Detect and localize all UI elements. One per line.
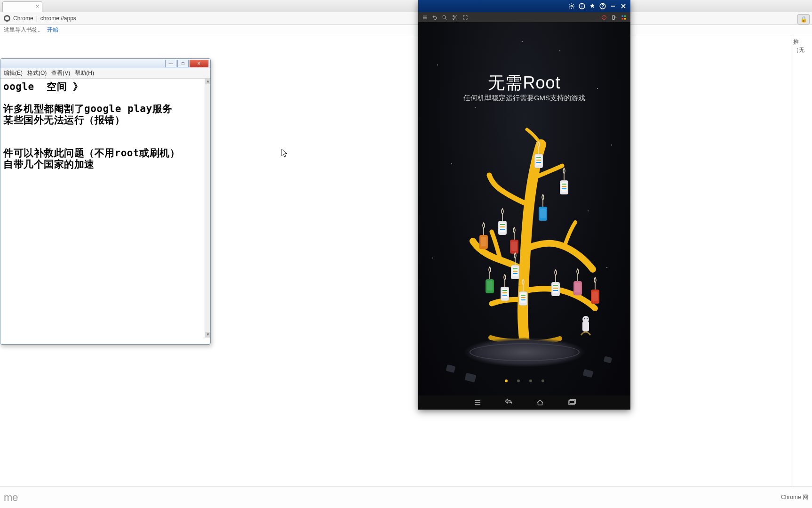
svg-rect-43 bbox=[500, 224, 505, 225]
frag-line-2: （无 bbox=[793, 46, 810, 54]
recent-icon[interactable] bbox=[566, 398, 577, 407]
ornament-pink-phone bbox=[573, 269, 582, 295]
svg-rect-66 bbox=[502, 295, 507, 296]
undo-icon[interactable] bbox=[432, 15, 438, 20]
scroll-down-icon[interactable]: ▼ bbox=[205, 332, 211, 338]
svg-line-13 bbox=[446, 18, 447, 19]
svg-line-19 bbox=[603, 16, 605, 19]
svg-rect-36 bbox=[562, 188, 566, 189]
gear-icon[interactable] bbox=[567, 2, 576, 10]
svg-rect-72 bbox=[521, 299, 525, 300]
svg-point-14 bbox=[453, 15, 454, 16]
svg-point-15 bbox=[453, 18, 454, 19]
pager-dot-3[interactable] bbox=[541, 379, 544, 382]
svg-rect-35 bbox=[562, 186, 566, 187]
svg-point-88 bbox=[586, 318, 587, 319]
notepad-titlebar[interactable]: — □ ✕ bbox=[0, 59, 210, 68]
svg-rect-70 bbox=[521, 295, 525, 296]
bookmark-bar: 这里导入书签。 开始 bbox=[0, 25, 812, 35]
ornament-orange-phone bbox=[479, 223, 488, 249]
chrome-lock-icon[interactable]: 🔒 bbox=[797, 14, 810, 24]
footer-left-text: me bbox=[4, 492, 18, 504]
svg-rect-76 bbox=[553, 285, 558, 286]
chrome-tabstrip: × bbox=[0, 0, 812, 12]
svg-rect-81 bbox=[575, 283, 581, 292]
zoom-icon[interactable] bbox=[442, 15, 447, 20]
svg-point-86 bbox=[582, 316, 589, 323]
ornament-blue-phone bbox=[539, 194, 547, 221]
ornament-red-phone bbox=[510, 227, 518, 254]
android-navbar bbox=[418, 395, 630, 410]
svg-rect-28 bbox=[536, 157, 541, 158]
rotate-icon[interactable] bbox=[611, 15, 617, 20]
emulator-titlebar[interactable] bbox=[418, 0, 630, 12]
pedestal bbox=[463, 337, 586, 367]
ornament-white-phone bbox=[511, 253, 519, 279]
svg-rect-29 bbox=[536, 160, 541, 161]
svg-point-0 bbox=[571, 5, 573, 7]
notepad-window: — □ ✕ 编辑(E) 格式(O) 查看(V) 帮助(H) oogle 空间 》… bbox=[0, 58, 211, 345]
chrome-tab[interactable]: × bbox=[2, 1, 42, 12]
svg-rect-3 bbox=[581, 5, 582, 5]
svg-rect-34 bbox=[562, 184, 566, 185]
pin-icon[interactable] bbox=[588, 2, 597, 10]
svg-point-87 bbox=[583, 318, 584, 319]
fullscreen-icon[interactable] bbox=[462, 15, 468, 20]
chrome-favicon-icon bbox=[4, 15, 10, 22]
svg-rect-65 bbox=[502, 292, 507, 293]
grid-icon[interactable] bbox=[621, 15, 627, 20]
svg-rect-2 bbox=[581, 6, 582, 8]
info-icon[interactable] bbox=[578, 2, 586, 10]
notepad-close-button[interactable]: ✕ bbox=[190, 60, 208, 67]
svg-point-12 bbox=[443, 16, 446, 18]
pager-dot-0[interactable] bbox=[505, 379, 508, 382]
menu-icon[interactable] bbox=[472, 398, 483, 407]
svg-rect-51 bbox=[511, 242, 517, 251]
svg-rect-23 bbox=[622, 18, 624, 20]
svg-rect-85 bbox=[582, 321, 589, 331]
help-icon[interactable] bbox=[598, 2, 607, 10]
notepad-menubar: 编辑(E) 格式(O) 查看(V) 帮助(H) bbox=[0, 68, 210, 79]
svg-rect-56 bbox=[513, 271, 517, 272]
list-icon[interactable] bbox=[422, 15, 428, 20]
menu-format[interactable]: 格式(O) bbox=[26, 69, 48, 78]
svg-rect-71 bbox=[521, 297, 525, 298]
svg-rect-78 bbox=[553, 290, 558, 291]
svg-rect-44 bbox=[500, 226, 505, 227]
address-sep: | bbox=[36, 15, 38, 22]
notepad-maximize-button[interactable]: □ bbox=[177, 60, 189, 67]
menu-view[interactable]: 查看(V) bbox=[50, 69, 72, 78]
hero-subtitle: 任何机型稳定运行需要GMS支持的游戏 bbox=[418, 94, 630, 103]
pager-dot-1[interactable] bbox=[517, 379, 520, 382]
bookmark-hint: 这里导入书签。 bbox=[4, 26, 43, 34]
svg-rect-45 bbox=[500, 229, 505, 230]
address-label: Chrome bbox=[13, 15, 33, 22]
tab-close-icon[interactable]: × bbox=[36, 3, 39, 10]
scroll-up-icon[interactable]: ▲ bbox=[205, 79, 211, 84]
back-icon[interactable] bbox=[503, 398, 514, 407]
character bbox=[581, 316, 590, 335]
svg-rect-21 bbox=[622, 15, 624, 17]
scissors-icon[interactable] bbox=[452, 15, 458, 20]
frag-line-1: 推 bbox=[793, 38, 810, 46]
ornament-white-phone bbox=[560, 168, 568, 194]
svg-rect-55 bbox=[513, 268, 517, 269]
menu-edit[interactable]: 编辑(E) bbox=[2, 69, 24, 78]
emulator-screen[interactable]: 无需Root 任何机型稳定运行需要GMS支持的游戏 bbox=[418, 22, 630, 395]
notepad-textarea[interactable]: oogle 空间 》 许多机型都阉割了google play服务 某些国外无法运… bbox=[1, 79, 205, 338]
mute-icon[interactable] bbox=[601, 15, 607, 20]
notepad-minimize-button[interactable]: — bbox=[165, 60, 176, 67]
svg-rect-22 bbox=[624, 15, 626, 17]
minimize-icon[interactable] bbox=[609, 2, 617, 10]
notepad-scrollbar[interactable]: ▲ ▼ bbox=[205, 79, 210, 338]
address-value: chrome://apps bbox=[40, 15, 76, 22]
bookmark-start-link[interactable]: 开始 bbox=[47, 26, 58, 34]
hero-title: 无需Root bbox=[418, 72, 630, 95]
ornament-green-phone bbox=[486, 267, 494, 293]
home-icon[interactable] bbox=[534, 398, 546, 407]
menu-help[interactable]: 帮助(H) bbox=[73, 69, 96, 78]
svg-rect-48 bbox=[481, 237, 486, 246]
pager-dot-2[interactable] bbox=[529, 379, 532, 382]
close-icon[interactable] bbox=[619, 2, 628, 10]
tree-illustration bbox=[445, 126, 605, 347]
